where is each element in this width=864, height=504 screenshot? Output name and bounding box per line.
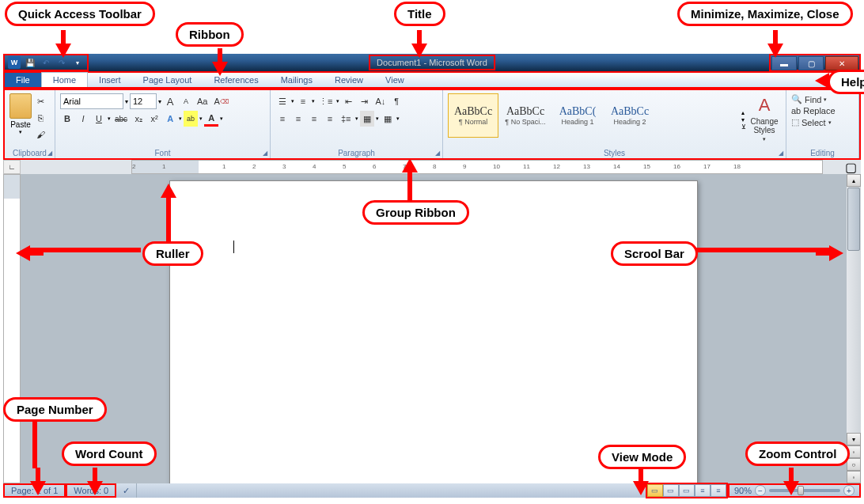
view-buttons: ▭ ▭ ▭ ≡ ≡ — [646, 483, 728, 498]
chevron-down-icon[interactable]: ▾ — [220, 116, 223, 122]
align-left-icon[interactable]: ≡ — [275, 111, 290, 127]
justify-icon[interactable]: ≡ — [323, 111, 337, 127]
line-spacing-icon[interactable]: ‡≡ — [339, 111, 354, 127]
find-button[interactable]: 🔍Find ▾ — [791, 93, 854, 105]
tab-home[interactable]: Home — [41, 72, 88, 87]
strike-button[interactable]: abc — [112, 111, 130, 127]
copy-icon[interactable]: ⎘ — [33, 110, 47, 126]
shrink-font-icon[interactable]: A — [179, 93, 193, 109]
multilevel-icon[interactable]: ⋮≡ — [316, 93, 335, 109]
font-size-input[interactable] — [130, 93, 157, 109]
gallery-more-icon[interactable]: ⊻ — [741, 123, 746, 131]
qat-dropdown-icon[interactable]: ▾ — [71, 56, 84, 69]
tab-selector[interactable]: ∟ — [3, 160, 21, 174]
vertical-scrollbar[interactable]: ▴ ▾ ◦ ○ ◦ — [847, 174, 861, 483]
chevron-down-icon[interactable]: ▾ — [125, 98, 128, 105]
undo-icon[interactable]: ↶ — [40, 56, 52, 69]
zoom-in-button[interactable]: + — [843, 485, 855, 496]
print-layout-view-icon[interactable]: ▭ — [647, 484, 663, 497]
style-item[interactable]: AaBbC(Heading 1 — [552, 93, 603, 138]
chevron-down-icon[interactable]: ▾ — [158, 98, 161, 105]
subscript-button[interactable]: x₂ — [131, 111, 146, 127]
style-item[interactable]: AaBbCcHeading 2 — [604, 93, 655, 138]
arrow — [55, 44, 71, 58]
minimize-button[interactable]: ▬ — [771, 56, 797, 70]
paste-icon — [9, 93, 32, 119]
align-right-icon[interactable]: ≡ — [307, 111, 321, 127]
change-case-icon[interactable]: Aa — [195, 93, 210, 109]
ribbon: Paste ▾ ✂ ⎘ 🖌 Clipboard ◢ ▾ ▾ A A — [3, 89, 861, 160]
clear-format-icon[interactable]: A⌫ — [211, 93, 230, 109]
cut-icon[interactable]: ✂ — [33, 93, 47, 109]
arrow — [783, 481, 799, 495]
callout-winctrl: Minimize, Maximize, Close — [677, 2, 853, 26]
chevron-down-icon[interactable]: ▾ — [179, 116, 182, 122]
chevron-down-icon[interactable]: ▾ — [108, 116, 111, 122]
italic-button[interactable]: I — [76, 111, 90, 127]
maximize-button[interactable]: ▢ — [798, 56, 824, 70]
next-page-icon[interactable]: ◦ — [847, 471, 861, 483]
zoom-out-button[interactable]: − — [755, 485, 766, 496]
ruler-toggle-icon[interactable]: ▢ — [845, 160, 861, 174]
tab-view[interactable]: View — [374, 73, 415, 87]
close-button[interactable]: ✕ — [825, 56, 858, 70]
show-marks-icon[interactable]: ¶ — [389, 93, 404, 109]
scroll-down-icon[interactable]: ▾ — [847, 433, 861, 445]
draft-view-icon[interactable]: ≡ — [711, 484, 726, 497]
underline-button[interactable]: U — [92, 111, 106, 127]
page[interactable] — [169, 180, 698, 483]
redo-icon[interactable]: ↷ — [55, 56, 68, 69]
fullscreen-reading-view-icon[interactable]: ▭ — [663, 484, 679, 497]
font-name-input[interactable] — [60, 93, 123, 109]
borders-icon[interactable]: ▦ — [381, 111, 395, 127]
web-layout-view-icon[interactable]: ▭ — [679, 484, 695, 497]
superscript-button[interactable]: x² — [147, 111, 161, 127]
scroll-up-icon[interactable]: ▴ — [847, 174, 861, 187]
horizontal-ruler[interactable]: 21123456789101112131415161718 — [131, 160, 823, 174]
style-item[interactable]: AaBbCc¶ Normal — [448, 93, 498, 138]
decrease-indent-icon[interactable]: ⇤ — [341, 93, 355, 109]
change-styles-button[interactable]: A Change Styles ▾ — [748, 93, 781, 144]
vertical-ruler[interactable] — [3, 174, 21, 483]
highlight-icon[interactable]: ab — [184, 111, 198, 127]
tab-review[interactable]: Review — [324, 73, 374, 87]
browse-object-icon[interactable]: ○ — [847, 458, 861, 471]
proofing-icon[interactable]: ✓ — [116, 483, 137, 498]
grow-font-icon[interactable]: A — [163, 93, 177, 109]
paste-button[interactable]: Paste ▾ — [9, 93, 32, 142]
tab-pagelayout[interactable]: Page Layout — [132, 73, 203, 87]
tab-insert[interactable]: Insert — [88, 73, 132, 87]
style-item[interactable]: AaBbCc¶ No Spaci... — [500, 93, 551, 138]
tab-file[interactable]: File — [5, 73, 41, 87]
replace-button[interactable]: abReplace — [791, 105, 854, 116]
format-painter-icon[interactable]: 🖌 — [33, 127, 47, 142]
bullets-icon[interactable]: ☰ — [275, 93, 290, 109]
word-window: W 💾 ↶ ↷ ▾ Document1 - Microsoft Word ▬ ▢… — [3, 54, 861, 498]
dialog-launcher-icon[interactable]: ◢ — [47, 150, 52, 157]
chevron-down-icon: ▾ — [19, 129, 22, 135]
chevron-down-icon[interactable]: ▾ — [199, 116, 203, 122]
outline-view-icon[interactable]: ≡ — [695, 484, 711, 497]
group-font: ▾ ▾ A A Aa A⌫ B I U ▾ abc x₂ x² A ▾ ab ▾ — [55, 90, 271, 158]
gallery-down-icon[interactable]: ▾ — [741, 116, 746, 123]
dialog-launcher-icon[interactable]: ◢ — [435, 150, 440, 157]
save-icon[interactable]: 💾 — [24, 56, 36, 69]
increase-indent-icon[interactable]: ⇥ — [357, 93, 371, 109]
arrow — [16, 245, 30, 261]
tab-mailings[interactable]: Mailings — [270, 73, 324, 87]
gallery-up-icon[interactable]: ▴ — [741, 109, 746, 116]
dialog-launcher-icon[interactable]: ◢ — [263, 150, 267, 157]
group-label: Editing — [786, 149, 858, 157]
font-color-icon[interactable]: A — [204, 111, 218, 127]
zoom-slider[interactable] — [769, 489, 840, 492]
select-button[interactable]: ⬚Select ▾ — [791, 116, 854, 128]
bold-button[interactable]: B — [60, 111, 74, 127]
text-effects-icon[interactable]: A — [163, 111, 177, 127]
dialog-launcher-icon[interactable]: ◢ — [779, 150, 783, 157]
sort-icon[interactable]: A↓ — [373, 93, 388, 109]
zoom-level[interactable]: 90% — [734, 486, 752, 495]
shading-icon[interactable]: ▦ — [360, 111, 374, 127]
align-center-icon[interactable]: ≡ — [291, 111, 305, 127]
scroll-thumb[interactable] — [847, 188, 860, 251]
numbering-icon[interactable]: ≡ — [296, 93, 310, 109]
